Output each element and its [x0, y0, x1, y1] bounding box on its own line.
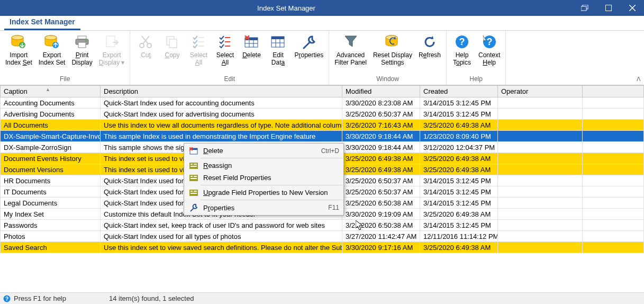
svg-point-14: [86, 40, 87, 42]
ctx-upgrade-field-properties[interactable]: Upgrade Field Properties to New Version: [185, 186, 342, 199]
help-topics-button[interactable]: ? HelpTopics: [449, 32, 475, 68]
refresh-button[interactable]: Refresh: [415, 32, 444, 60]
table-row[interactable]: PhotosQuick-Start Index used for all typ…: [1, 231, 644, 242]
cell-created: 3/14/2015 3:12:45 PM: [420, 186, 498, 198]
cell-blank: [583, 186, 644, 198]
help-hint-icon: ?: [3, 295, 11, 302]
ctx-reassign[interactable]: Reassign: [185, 159, 342, 172]
cell-blank: [583, 175, 644, 186]
table-row[interactable]: PasswordsQuick-Start index set, keep tra…: [1, 220, 644, 231]
delete-button[interactable]: Delete: [238, 32, 265, 60]
export-display-button[interactable]: ExportDisplay ▾: [96, 32, 128, 68]
col-header-description[interactable]: Description: [101, 86, 342, 97]
export-index-set-button[interactable]: ExportIndex Set: [35, 32, 69, 68]
reset-display-settings-button[interactable]: Reset DisplaySettings: [370, 32, 415, 68]
col-header-caption[interactable]: Caption▲: [1, 86, 101, 97]
svg-rect-59: [191, 191, 193, 192]
cell-op: [498, 97, 583, 109]
cell-caption: Document Versions: [1, 164, 101, 175]
svg-line-18: [143, 36, 149, 44]
cell-op: [498, 231, 583, 242]
svg-rect-36: [271, 37, 284, 39]
database-reset-icon: [384, 33, 401, 50]
svg-rect-53: [191, 166, 197, 167]
context-help-icon: ?: [481, 33, 498, 50]
svg-rect-57: [191, 178, 197, 179]
reassign-icon: [188, 163, 199, 169]
table-row[interactable]: DX-Sample-Smart-Capture-InvoiceThis samp…: [1, 131, 644, 142]
svg-rect-11: [78, 36, 86, 39]
cell-op: [498, 198, 583, 209]
properties-button[interactable]: Properties: [291, 32, 326, 60]
delete-table-icon: [243, 33, 260, 50]
cut-button[interactable]: Cut: [132, 32, 159, 60]
delete-icon: [188, 147, 199, 155]
cell-created: 3/25/2020 6:49:38 AM: [420, 153, 498, 164]
svg-rect-13: [78, 42, 86, 48]
advanced-filter-panel-button[interactable]: AdvancedFilter Panel: [331, 32, 370, 68]
svg-rect-1: [581, 6, 586, 11]
restore-down-icon[interactable]: [573, 0, 596, 16]
cell-mod: 3/25/2020 6:50:38 AM: [342, 198, 420, 209]
cell-blank: [583, 220, 644, 231]
help-icon: ?: [453, 33, 470, 50]
table-row[interactable]: Accounting DocumentsQuick-Start Index us…: [1, 97, 644, 109]
svg-point-6: [12, 35, 23, 40]
select-all-button[interactable]: SelectAll: [212, 32, 238, 68]
wrench-icon: [188, 203, 199, 212]
cell-op: [498, 142, 583, 153]
col-header-operator[interactable]: Operator: [498, 86, 583, 97]
cell-desc: Use this index set to view saved search …: [101, 242, 342, 253]
cell-caption: Saved Search: [1, 242, 101, 253]
cell-mod: 3/25/2020 6:49:38 AM: [342, 164, 420, 175]
ctx-reset-field-properties[interactable]: Reset Field Properties: [185, 172, 342, 184]
cell-created: 3/14/2015 3:12:45 PM: [420, 175, 498, 186]
cell-op: [498, 109, 583, 120]
database-import-icon: [10, 33, 27, 50]
ctx-delete[interactable]: Delete Ctrl+D: [185, 145, 342, 157]
cell-created: 3/14/2015 3:12:45 PM: [420, 198, 498, 209]
cell-op: [498, 220, 583, 231]
context-help-button[interactable]: ? ContextHelp: [475, 32, 503, 68]
ctx-separator: [200, 200, 342, 200]
cell-desc: Use this index to view all documents reg…: [101, 120, 342, 131]
close-icon[interactable]: [620, 0, 644, 16]
table-row[interactable]: Advertising DocumentsQuick-Start Index u…: [1, 109, 644, 120]
cell-caption: All Documents: [1, 120, 101, 131]
col-header-created[interactable]: Created: [420, 86, 498, 97]
cell-created: 3/25/2020 6:49:38 AM: [420, 242, 498, 253]
ribbon-tab-index-set-manager[interactable]: Index Set Manager: [4, 15, 80, 30]
cell-mod: 3/25/2020 6:50:38 AM: [342, 220, 420, 231]
cell-created: 3/14/2015 3:12:45 PM: [420, 109, 498, 120]
group-label-edit: Edit: [130, 74, 329, 85]
ctx-properties[interactable]: Properties F11: [185, 201, 342, 214]
svg-text:?: ?: [459, 37, 465, 47]
svg-rect-2: [605, 5, 611, 11]
checklist-icon: [190, 33, 207, 50]
select-all-disabled-button[interactable]: SelectAll: [185, 32, 212, 68]
group-label-window: Window: [329, 74, 446, 85]
table-row[interactable]: All DocumentsUse this index to view all …: [1, 120, 644, 131]
print-display-button[interactable]: PrintDisplay: [68, 32, 95, 68]
cell-blank: [583, 242, 644, 253]
col-header-modified[interactable]: Modified: [342, 86, 420, 97]
cell-mod: 3/30/2020 9:18:44 AM: [342, 142, 420, 153]
table-row[interactable]: Saved SearchUse this index set to view s…: [1, 242, 644, 253]
copy-button[interactable]: Copy: [159, 32, 185, 60]
cell-mod: 3/25/2020 6:50:37 AM: [342, 109, 420, 120]
printer-icon: [74, 33, 90, 50]
cell-caption: DX-Sample-Smart-Capture-Invoice: [1, 131, 101, 142]
svg-rect-61: [191, 193, 197, 194]
cell-caption: Passwords: [1, 220, 101, 231]
cell-caption: Photos: [1, 231, 101, 242]
window-title: Index Set Manager: [0, 4, 573, 12]
import-index-set-button[interactable]: ImportIndex Set: [2, 32, 35, 68]
properties-label: Properties: [294, 51, 323, 59]
ribbon-collapse-icon[interactable]: ᐱ: [637, 76, 641, 83]
cell-blank: [583, 109, 644, 120]
edit-data-button[interactable]: EditData: [265, 32, 291, 68]
cell-op: [498, 164, 583, 175]
svg-rect-15: [106, 36, 115, 47]
group-label-file: File: [0, 74, 130, 85]
maximize-icon[interactable]: [596, 0, 620, 16]
